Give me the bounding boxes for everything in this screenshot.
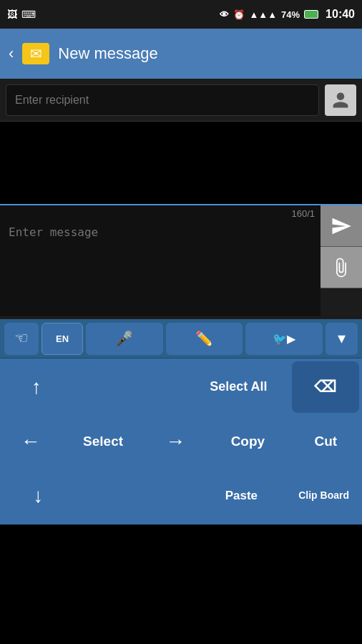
recipient-input[interactable] — [6, 84, 319, 116]
key-row-2: ← Select → Copy Cut — [3, 416, 359, 467]
copy-label: Copy — [231, 434, 265, 449]
arrow-left-key[interactable]: ← — [3, 416, 59, 467]
pencil-icon: ✏️ — [195, 330, 213, 347]
select-key[interactable]: Select — [62, 416, 145, 467]
eye-icon: 👁 — [220, 9, 229, 20]
pencil-button[interactable]: ✏️ — [166, 323, 243, 355]
app-bar: ‹ New message — [0, 29, 362, 79]
clipboard-key[interactable]: Clip Board — [288, 470, 359, 522]
spacer-2 — [77, 470, 195, 522]
keyboard-icon: ⌨ — [21, 9, 36, 20]
language-button[interactable]: EN — [41, 323, 83, 355]
copy-key[interactable]: Copy — [206, 416, 290, 467]
send-icon — [331, 215, 352, 237]
key-rows: ↑ Select All ⌫ ← Select → Copy — [0, 358, 362, 525]
arrow-right-key[interactable]: → — [147, 416, 203, 467]
attach-button[interactable] — [321, 247, 362, 288]
key-row-3: ↓ Paste Clip Board — [3, 470, 359, 522]
image-icon: 🖼 — [7, 9, 17, 20]
microphone-button[interactable]: 🎤 — [86, 323, 163, 355]
select-all-label: Select All — [210, 380, 267, 394]
cut-label: Cut — [315, 434, 338, 449]
keyboard-toolbar: ☜ EN 🎤 ✏️ 🐦▶ ▾ — [0, 319, 362, 358]
mic-icon: 🎤 — [115, 330, 133, 347]
message-counter: 160/1 — [291, 208, 315, 219]
paste-label: Paste — [225, 489, 258, 503]
contact-picker-button[interactable] — [325, 84, 356, 116]
status-bar-left: 🖼 ⌨ — [7, 9, 36, 20]
cut-key[interactable]: Cut — [293, 416, 359, 467]
clipboard-label: Clip Board — [298, 490, 349, 501]
send-button[interactable] — [321, 205, 362, 247]
arrow-down-key[interactable]: ↓ — [3, 470, 74, 522]
up-arrow-icon: ↑ — [31, 376, 41, 399]
arrow-up-key[interactable]: ↑ — [3, 361, 70, 413]
battery-label: 74% — [281, 9, 300, 20]
left-arrow-icon: ← — [21, 430, 41, 453]
chevron-down-icon: ▾ — [338, 329, 346, 348]
message-section: 160/1 — [0, 204, 362, 319]
mail-icon — [22, 43, 49, 64]
status-bar: 🖼 ⌨ 👁 ⏰ ▲▲▲ 74% 10:40 — [0, 0, 362, 29]
battery-icon — [304, 10, 318, 19]
hand-mode-button[interactable]: ☜ — [4, 323, 39, 355]
select-all-key[interactable]: Select All — [188, 361, 289, 413]
message-actions — [321, 205, 362, 288]
right-arrow-icon: → — [165, 430, 185, 453]
key-row-1: ↑ Select All ⌫ — [3, 361, 359, 413]
backspace-icon: ⌫ — [314, 378, 336, 396]
person-icon — [331, 91, 350, 109]
message-input[interactable] — [0, 205, 321, 316]
black-area — [0, 122, 362, 204]
back-button[interactable]: ‹ — [9, 44, 14, 63]
backspace-key[interactable]: ⌫ — [292, 361, 359, 413]
collapse-keyboard-button[interactable]: ▾ — [326, 323, 358, 355]
keyboard-area: ☜ EN 🎤 ✏️ 🐦▶ ▾ ↑ Select All — [0, 319, 362, 525]
down-arrow-icon: ↓ — [33, 484, 43, 507]
signal-icon: ▲▲▲ — [249, 9, 277, 20]
twitter-button[interactable]: 🐦▶ — [245, 323, 323, 355]
select-label: Select — [83, 434, 123, 449]
hand-icon: ☜ — [14, 329, 29, 348]
twitter-icon: 🐦▶ — [273, 332, 295, 346]
recipient-row — [0, 79, 362, 122]
spacer-1 — [73, 361, 185, 413]
alarm-icon: ⏰ — [233, 9, 245, 20]
paste-key[interactable]: Paste — [197, 470, 286, 522]
page-title: New message — [58, 44, 157, 63]
language-label: EN — [56, 333, 69, 344]
status-bar-right: 👁 ⏰ ▲▲▲ 74% 10:40 — [220, 8, 355, 21]
time-display: 10:40 — [326, 8, 355, 21]
paperclip-icon — [331, 258, 351, 278]
message-input-wrap: 160/1 — [0, 205, 321, 319]
